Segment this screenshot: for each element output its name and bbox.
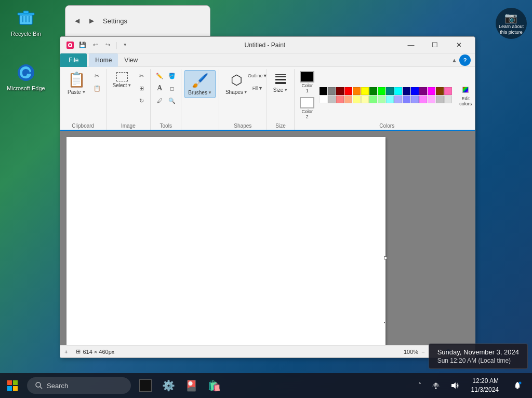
paint-app-icon	[64, 39, 76, 51]
save-quick-btn[interactable]: 💾	[77, 39, 88, 51]
zoom-out-btn[interactable]: −	[420, 349, 425, 355]
add-icon: +	[64, 349, 68, 355]
maximize-button[interactable]: ☐	[423, 37, 447, 53]
swatch-ltcyan[interactable]	[386, 95, 394, 103]
swatch-offwhite[interactable]	[444, 95, 452, 103]
swatch-cyan[interactable]	[394, 87, 402, 95]
tray-sound[interactable]	[446, 379, 463, 392]
fill-tool[interactable]: 🪣	[166, 70, 178, 81]
swatch-ltgray[interactable]	[436, 95, 444, 103]
swatch-salmon[interactable]	[344, 95, 352, 103]
svg-rect-13	[13, 386, 18, 391]
swatch-gray[interactable]	[328, 87, 336, 95]
chevron-icon: ˄	[418, 382, 421, 389]
search-bar[interactable]: Search	[27, 377, 131, 394]
pencil-tool[interactable]: ✏️	[154, 70, 165, 81]
swatch-blue[interactable]	[411, 87, 419, 95]
resize-button[interactable]: ⊞	[136, 83, 147, 94]
swatch-cream[interactable]	[361, 95, 369, 103]
tray-network[interactable]	[428, 379, 444, 392]
handle-right-mid[interactable]	[384, 256, 387, 259]
notification-button[interactable]	[507, 375, 528, 396]
learn-about-picture[interactable]: 📷 Learn aboutthis picture	[496, 8, 527, 39]
eraser-tool[interactable]: ◻	[166, 83, 178, 94]
add-item[interactable]: +	[64, 349, 68, 355]
help-button[interactable]: ?	[459, 54, 471, 66]
color1-button[interactable]: Color1	[298, 70, 316, 95]
shapes-button[interactable]: ⬡ Shapes▼	[222, 70, 251, 97]
network-icon	[432, 381, 440, 390]
swatch-magenta[interactable]	[428, 87, 435, 95]
taskbar-store[interactable]: 🛍️	[204, 375, 224, 396]
swatch-orange[interactable]	[353, 87, 361, 95]
swatch-ltpink[interactable]	[428, 95, 435, 103]
color1-label: Color1	[301, 84, 313, 94]
taskbar-blackscreen[interactable]	[135, 375, 156, 396]
swatch-navy[interactable]	[403, 87, 410, 95]
swatch-ltred[interactable]	[336, 95, 344, 103]
swatch-teal[interactable]	[386, 87, 394, 95]
svg-rect-11	[13, 380, 18, 385]
start-button[interactable]	[0, 373, 25, 398]
swatch-silver[interactable]	[328, 95, 336, 103]
swatch-purple[interactable]	[419, 87, 427, 95]
canvas-wrapper	[66, 137, 385, 345]
outline-dropdown[interactable]: Outline▼	[252, 70, 263, 81]
size-button[interactable]: Size▼	[270, 70, 291, 95]
magnify-tool[interactable]: 🔍	[166, 95, 178, 106]
file-menu[interactable]: File	[60, 53, 87, 67]
tools-group: ✏️ 🪣 A ◻ 🖊 🔍	[153, 69, 179, 122]
settings-nav-back[interactable]: ◀	[70, 13, 84, 28]
paint-canvas[interactable]	[66, 137, 385, 345]
swatch-yellow[interactable]	[361, 87, 369, 95]
settings-nav-forward[interactable]: ▶	[84, 13, 99, 28]
eyedropper-tool[interactable]: 🖊	[154, 95, 165, 106]
swatch-brown[interactable]	[436, 87, 444, 95]
rotate-button[interactable]: ↻	[136, 95, 147, 106]
select-button[interactable]: Select▼	[110, 70, 135, 90]
swatch-darkred[interactable]	[336, 87, 344, 95]
tray-chevron[interactable]: ˄	[414, 380, 425, 391]
copy-button[interactable]: 📋	[91, 83, 103, 94]
swatch-lavender[interactable]	[411, 95, 419, 103]
swatch-ltgreen[interactable]	[369, 95, 377, 103]
collapse-ribbon-btn[interactable]: ▲	[451, 57, 457, 63]
brushes-button[interactable]: 🖌️ Brushes▼	[184, 70, 216, 98]
home-menu[interactable]: Home	[89, 53, 118, 67]
swatch-green[interactable]	[378, 87, 385, 95]
image-tools: Select▼ ✂ ⊞ ↻	[109, 69, 149, 122]
crop-button[interactable]: ✂	[136, 70, 147, 81]
minimize-button[interactable]: —	[399, 37, 423, 53]
redo-quick-btn[interactable]: ↪	[102, 39, 113, 51]
image-btn-col: ✂ ⊞ ↻	[136, 70, 147, 106]
swatch-mintgreen[interactable]	[378, 95, 385, 103]
canvas-container[interactable]	[60, 131, 475, 345]
svg-point-16	[435, 388, 436, 389]
quick-access-dropdown[interactable]: ▼	[119, 39, 131, 51]
swatch-skyblue[interactable]	[394, 95, 402, 103]
text-tool[interactable]: A	[154, 83, 165, 94]
swatch-black[interactable]	[320, 87, 327, 95]
swatch-pink-special[interactable]	[444, 87, 452, 95]
taskbar-widgets[interactable]: 🎴	[181, 375, 202, 396]
swatch-darkgreen[interactable]	[369, 87, 377, 95]
edit-colors-button[interactable]: Editcolors	[455, 82, 476, 109]
swatch-white[interactable]	[320, 95, 327, 103]
view-menu[interactable]: View	[118, 53, 144, 67]
title-bar: 💾 ↩ ↪ | ▼ Untitled - Paint — ☐ ✕	[60, 37, 475, 53]
swatch-red[interactable]	[344, 87, 352, 95]
tray-clock[interactable]: 12:20 AM 11/3/2024	[465, 375, 505, 396]
fill-dropdown[interactable]: Fill▼	[252, 83, 263, 94]
recycle-bin-icon[interactable]: Recycle Bin	[5, 8, 47, 37]
edge-icon[interactable]: Microsoft Edge	[5, 62, 47, 91]
swatch-ltyellow[interactable]	[353, 95, 361, 103]
close-button[interactable]: ✕	[447, 37, 471, 53]
taskbar-settings[interactable]: ⚙️	[158, 375, 179, 396]
swatch-ltpurple[interactable]	[419, 95, 427, 103]
color2-button[interactable]: Color2	[298, 96, 316, 121]
cut-button[interactable]: ✂	[91, 70, 103, 81]
paste-button[interactable]: 📋 Paste ▼	[63, 70, 90, 96]
undo-quick-btn[interactable]: ↩	[89, 39, 101, 51]
swatch-ltblue[interactable]	[403, 95, 410, 103]
size-tools: Size▼	[269, 69, 292, 122]
